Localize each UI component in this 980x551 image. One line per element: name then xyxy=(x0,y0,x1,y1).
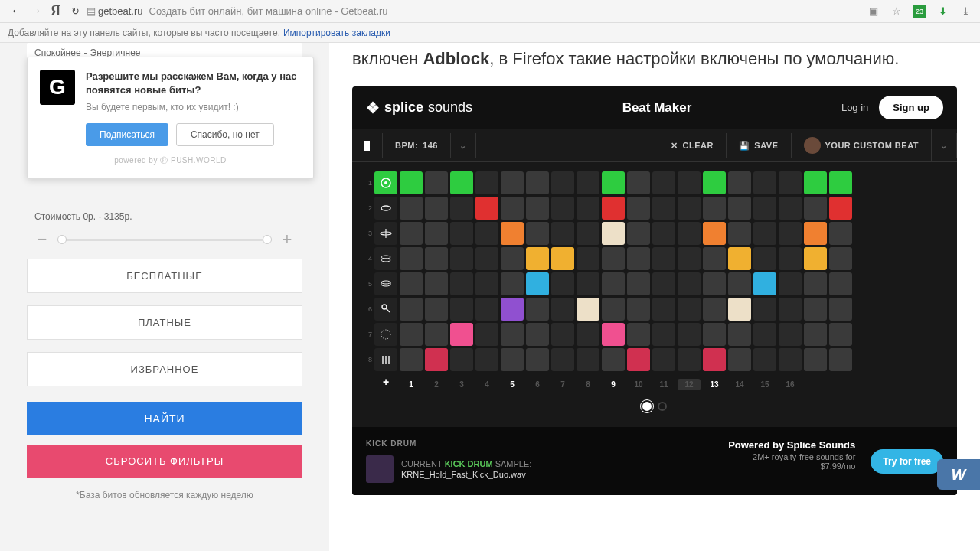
beat-cell[interactable] xyxy=(652,323,675,346)
beat-cell[interactable] xyxy=(450,247,473,270)
beat-cell[interactable] xyxy=(703,272,726,295)
beat-cell[interactable] xyxy=(425,323,448,346)
beat-cell[interactable] xyxy=(501,197,524,220)
beat-cell[interactable] xyxy=(577,348,599,371)
beat-cell[interactable] xyxy=(475,298,498,321)
beat-cell[interactable] xyxy=(627,298,650,321)
site-info-icon[interactable]: ▤ xyxy=(84,5,98,18)
beat-cell[interactable] xyxy=(728,272,751,295)
beat-cell[interactable] xyxy=(804,298,827,321)
find-button[interactable]: НАЙТИ xyxy=(27,402,302,435)
beat-cell[interactable] xyxy=(400,298,423,321)
clear-button[interactable]: ✕ CLEAR xyxy=(658,133,727,158)
beat-cell[interactable] xyxy=(779,272,802,295)
beat-cell[interactable] xyxy=(804,171,827,194)
beat-cell[interactable] xyxy=(602,348,625,371)
subscribe-button[interactable]: Подписаться xyxy=(86,123,168,146)
beat-cell[interactable] xyxy=(577,247,599,270)
step-number[interactable]: 7 xyxy=(551,380,574,389)
beat-cell[interactable] xyxy=(703,222,726,245)
beat-cell[interactable] xyxy=(703,298,726,321)
beat-cell[interactable] xyxy=(577,171,599,194)
beat-cell[interactable] xyxy=(829,272,852,295)
beat-cell[interactable] xyxy=(475,348,498,371)
reset-filters-button[interactable]: СБРОСИТЬ ФИЛЬТРЫ xyxy=(27,445,302,478)
beat-cell[interactable] xyxy=(526,298,549,321)
beat-cell[interactable] xyxy=(779,298,802,321)
beat-cell[interactable] xyxy=(728,348,751,371)
track-sparkle-icon[interactable] xyxy=(374,323,397,346)
beat-cell[interactable] xyxy=(425,272,448,295)
beat-cell[interactable] xyxy=(450,222,473,245)
beat-cell[interactable] xyxy=(728,247,751,270)
beat-cell[interactable] xyxy=(829,298,852,321)
bpm-dropdown[interactable]: ⌄ xyxy=(451,133,476,158)
beat-cell[interactable] xyxy=(551,272,574,295)
beat-cell[interactable] xyxy=(602,222,625,245)
step-number[interactable]: 15 xyxy=(753,380,776,389)
beat-cell[interactable] xyxy=(577,272,599,295)
beat-cell[interactable] xyxy=(526,272,549,295)
beat-cell[interactable] xyxy=(501,323,524,346)
step-number[interactable]: 13 xyxy=(703,380,726,389)
beat-cell[interactable] xyxy=(804,348,827,371)
beat-cell[interactable] xyxy=(526,247,549,270)
beat-cell[interactable] xyxy=(779,171,802,194)
beat-cell[interactable] xyxy=(551,323,574,346)
beat-cell[interactable] xyxy=(551,348,574,371)
price-plus[interactable]: + xyxy=(279,230,295,249)
beat-cell[interactable] xyxy=(652,247,675,270)
vk-share-button[interactable]: W xyxy=(937,459,980,490)
beat-cell[interactable] xyxy=(779,247,802,270)
reload-button[interactable]: ↻ xyxy=(71,5,80,17)
beat-cell[interactable] xyxy=(577,197,599,220)
beat-cell[interactable] xyxy=(728,298,751,321)
beat-cell[interactable] xyxy=(829,247,852,270)
beat-cell[interactable] xyxy=(526,171,549,194)
beat-cell[interactable] xyxy=(602,298,625,321)
beat-cell[interactable] xyxy=(577,222,599,245)
beat-cell[interactable] xyxy=(829,348,852,371)
page-dot[interactable] xyxy=(658,402,667,411)
beat-cell[interactable] xyxy=(400,197,423,220)
beat-cell[interactable] xyxy=(551,171,574,194)
extension-badge[interactable]: 23 xyxy=(913,5,926,18)
beat-cell[interactable] xyxy=(728,171,751,194)
beat-cell[interactable] xyxy=(602,323,625,346)
beat-cell[interactable] xyxy=(728,222,751,245)
price-minus[interactable]: − xyxy=(34,230,50,249)
beat-cell[interactable] xyxy=(425,348,448,371)
step-number[interactable]: 10 xyxy=(627,380,650,389)
step-number[interactable]: 14 xyxy=(728,380,751,389)
beat-cell[interactable] xyxy=(501,298,524,321)
beat-cell[interactable] xyxy=(753,197,776,220)
beat-cell[interactable] xyxy=(678,197,701,220)
beat-cell[interactable] xyxy=(627,222,650,245)
beat-cell[interactable] xyxy=(475,272,498,295)
beat-cell[interactable] xyxy=(400,222,423,245)
beat-cell[interactable] xyxy=(779,222,802,245)
beat-cell[interactable] xyxy=(627,197,650,220)
track-target-icon[interactable] xyxy=(374,171,397,194)
beat-cell[interactable] xyxy=(627,348,650,371)
beat-cell[interactable] xyxy=(627,272,650,295)
yandex-logo[interactable]: Я xyxy=(51,3,60,19)
filter-paid-button[interactable]: ПЛАТНЫЕ xyxy=(27,305,302,340)
beat-cell[interactable] xyxy=(627,323,650,346)
beat-cell[interactable] xyxy=(652,171,675,194)
beat-cell[interactable] xyxy=(728,323,751,346)
import-bookmarks-link[interactable]: Импортировать закладки xyxy=(283,28,390,38)
beat-cell[interactable] xyxy=(450,171,473,194)
bpm-display[interactable]: BPM: 146 xyxy=(383,133,451,158)
beat-cell[interactable] xyxy=(450,323,473,346)
beat-cell[interactable] xyxy=(678,222,701,245)
beat-cell[interactable] xyxy=(501,272,524,295)
beat-cell[interactable] xyxy=(475,197,498,220)
beat-cell[interactable] xyxy=(753,171,776,194)
beat-cell[interactable] xyxy=(425,171,448,194)
signup-button[interactable]: Sign up xyxy=(879,96,943,119)
login-link[interactable]: Log in xyxy=(841,102,868,113)
beat-cell[interactable] xyxy=(551,222,574,245)
beat-cell[interactable] xyxy=(753,247,776,270)
beat-cell[interactable] xyxy=(602,171,625,194)
